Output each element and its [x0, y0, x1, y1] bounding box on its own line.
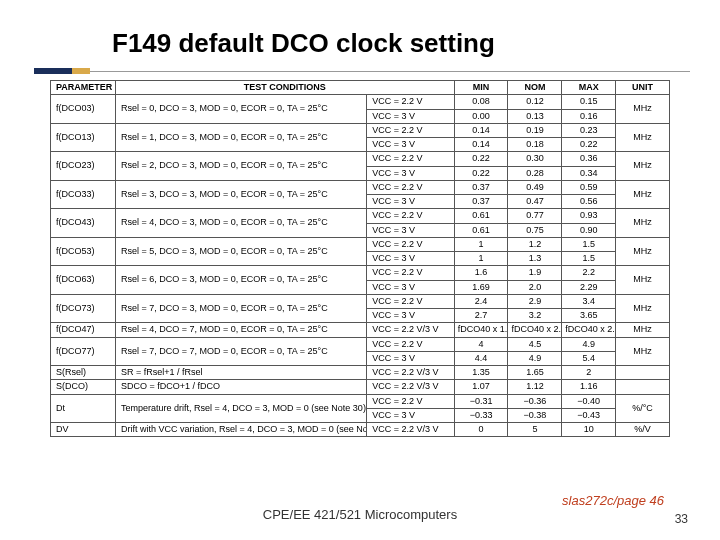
- cell-unit: MHz: [616, 337, 670, 366]
- table-row: DtTemperature drift, Rsel = 4, DCO = 3, …: [51, 394, 670, 408]
- cell-vcc: VCC = 2.2 V: [367, 266, 454, 280]
- cell-conditions: Rsel = 3, DCO = 3, MOD = 0, ECOR = 0, TA…: [116, 180, 367, 209]
- table-row: f(DCO13)Rsel = 1, DCO = 3, MOD = 0, ECOR…: [51, 123, 670, 137]
- cell-unit: MHz: [616, 209, 670, 238]
- cell-min: 1: [454, 237, 508, 251]
- cell-vcc: VCC = 2.2 V/3 V: [367, 323, 454, 337]
- title-rule: [90, 71, 690, 72]
- cell-max: 0.59: [562, 180, 616, 194]
- cell-min: −0.33: [454, 408, 508, 422]
- cell-max: 2: [562, 366, 616, 380]
- cell-min: 0.22: [454, 152, 508, 166]
- cell-unit: [616, 366, 670, 380]
- cell-nom: 1.9: [508, 266, 562, 280]
- col-max: MAX: [562, 81, 616, 95]
- table-row: f(DCO33)Rsel = 3, DCO = 3, MOD = 0, ECOR…: [51, 180, 670, 194]
- cell-min: 1.35: [454, 366, 508, 380]
- cell-max: 4.9: [562, 337, 616, 351]
- cell-conditions: Rsel = 4, DCO = 3, MOD = 0, ECOR = 0, TA…: [116, 209, 367, 238]
- spec-table-wrap: PARAMETER TEST CONDITIONS MIN NOM MAX UN…: [50, 80, 670, 437]
- cell-unit: %/V: [616, 423, 670, 437]
- cell-vcc: VCC = 2.2 V: [367, 237, 454, 251]
- cell-vcc: VCC = 2.2 V: [367, 337, 454, 351]
- cell-nom: 1.65: [508, 366, 562, 380]
- footer-note: slas272c/page 46: [562, 493, 664, 508]
- cell-vcc: VCC = 2.2 V: [367, 294, 454, 308]
- cell-vcc: VCC = 3 V: [367, 309, 454, 323]
- cell-nom: 2.0: [508, 280, 562, 294]
- cell-parameter: DV: [51, 423, 116, 437]
- cell-parameter: f(DCO13): [51, 123, 116, 152]
- cell-max: 0.23: [562, 123, 616, 137]
- cell-min: 2.4: [454, 294, 508, 308]
- cell-nom: 0.18: [508, 138, 562, 152]
- slide-title: F149 default DCO clock setting: [112, 28, 495, 59]
- cell-min: −0.31: [454, 394, 508, 408]
- cell-vcc: VCC = 3 V: [367, 109, 454, 123]
- cell-parameter: Dt: [51, 394, 116, 423]
- cell-unit: MHz: [616, 294, 670, 323]
- cell-max: 0.16: [562, 109, 616, 123]
- cell-min: 0: [454, 423, 508, 437]
- cell-vcc: VCC = 2.2 V/3 V: [367, 366, 454, 380]
- cell-parameter: f(DCO47): [51, 323, 116, 337]
- cell-max: fDCO40 x 2.5: [562, 323, 616, 337]
- cell-conditions: Temperature drift, Rsel = 4, DCO = 3, MO…: [116, 394, 367, 423]
- cell-min: 0.14: [454, 138, 508, 152]
- cell-min: 2.7: [454, 309, 508, 323]
- table-header-row: PARAMETER TEST CONDITIONS MIN NOM MAX UN…: [51, 81, 670, 95]
- cell-vcc: VCC = 2.2 V/3 V: [367, 423, 454, 437]
- cell-parameter: f(DCO63): [51, 266, 116, 295]
- accent-bar: [34, 68, 90, 74]
- col-nom: NOM: [508, 81, 562, 95]
- cell-conditions: Rsel = 4, DCO = 7, MOD = 0, ECOR = 0, TA…: [116, 323, 367, 337]
- cell-unit: MHz: [616, 180, 670, 209]
- cell-min: 1: [454, 252, 508, 266]
- cell-parameter: S(DCO): [51, 380, 116, 394]
- cell-vcc: VCC = 2.2 V: [367, 209, 454, 223]
- table-row: f(DCO53)Rsel = 5, DCO = 3, MOD = 0, ECOR…: [51, 237, 670, 251]
- cell-nom: −0.38: [508, 408, 562, 422]
- cell-nom: 5: [508, 423, 562, 437]
- cell-max: 1.5: [562, 237, 616, 251]
- page-number: 33: [675, 512, 688, 526]
- cell-max: 0.34: [562, 166, 616, 180]
- cell-max: 0.22: [562, 138, 616, 152]
- table-row: f(DCO73)Rsel = 7, DCO = 3, MOD = 0, ECOR…: [51, 294, 670, 308]
- cell-min: 0.37: [454, 195, 508, 209]
- cell-nom: 0.19: [508, 123, 562, 137]
- cell-nom: 0.12: [508, 95, 562, 109]
- cell-conditions: Rsel = 7, DCO = 7, MOD = 0, ECOR = 0, TA…: [116, 337, 367, 366]
- spec-table: PARAMETER TEST CONDITIONS MIN NOM MAX UN…: [50, 80, 670, 437]
- cell-vcc: VCC = 3 V: [367, 351, 454, 365]
- cell-unit: [616, 380, 670, 394]
- cell-max: 2.2: [562, 266, 616, 280]
- cell-vcc: VCC = 2.2 V/3 V: [367, 380, 454, 394]
- cell-nom: 0.47: [508, 195, 562, 209]
- cell-nom: 4.5: [508, 337, 562, 351]
- cell-vcc: VCC = 3 V: [367, 223, 454, 237]
- cell-conditions: SR = fRsel+1 / fRsel: [116, 366, 367, 380]
- cell-unit: MHz: [616, 152, 670, 181]
- cell-parameter: S(Rsel): [51, 366, 116, 380]
- cell-min: 4.4: [454, 351, 508, 365]
- cell-conditions: Rsel = 0, DCO = 3, MOD = 0, ECOR = 0, TA…: [116, 95, 367, 124]
- cell-min: 0.14: [454, 123, 508, 137]
- cell-unit: %/°C: [616, 394, 670, 423]
- cell-nom: fDCO40 x 2.1: [508, 323, 562, 337]
- col-unit: UNIT: [616, 81, 670, 95]
- cell-vcc: VCC = 2.2 V: [367, 123, 454, 137]
- table-row: f(DCO23)Rsel = 2, DCO = 3, MOD = 0, ECOR…: [51, 152, 670, 166]
- cell-max: 3.4: [562, 294, 616, 308]
- cell-unit: MHz: [616, 266, 670, 295]
- cell-vcc: VCC = 3 V: [367, 408, 454, 422]
- cell-vcc: VCC = 3 V: [367, 280, 454, 294]
- col-min: MIN: [454, 81, 508, 95]
- cell-max: 2.29: [562, 280, 616, 294]
- cell-max: −0.43: [562, 408, 616, 422]
- table-row: S(DCO)SDCO = fDCO+1 / fDCOVCC = 2.2 V/3 …: [51, 380, 670, 394]
- cell-nom: 0.75: [508, 223, 562, 237]
- cell-unit: MHz: [616, 323, 670, 337]
- cell-min: 0.22: [454, 166, 508, 180]
- cell-parameter: f(DCO03): [51, 95, 116, 124]
